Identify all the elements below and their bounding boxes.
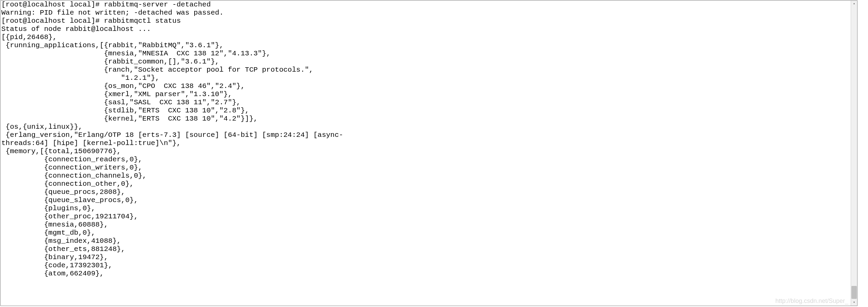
scroll-thumb[interactable] [851,286,857,299]
terminal-frame: [root@localhost local]# rabbitmq-server … [0,0,857,306]
scroll-down-arrow[interactable]: ▾ [851,300,857,306]
terminal-output[interactable]: [root@localhost local]# rabbitmq-server … [1,1,850,306]
scroll-up-arrow[interactable]: ▴ [851,1,857,7]
scrollbar-track[interactable]: ▴ ▾ [851,1,857,306]
